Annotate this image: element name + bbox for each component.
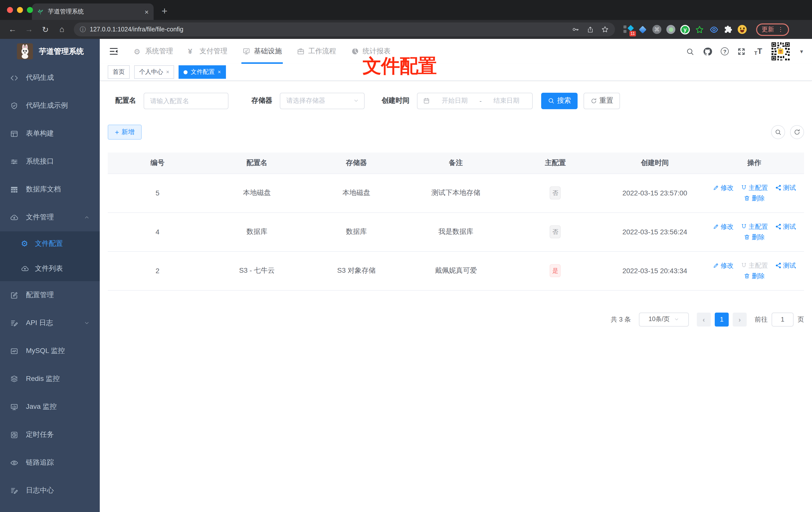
eye-extension-icon[interactable] xyxy=(709,25,719,34)
sidebar-item-file-list[interactable]: 文件列表 xyxy=(0,256,100,281)
search-icon[interactable] xyxy=(686,47,694,56)
url-text: 127.0.0.1:1024/infra/file/file-config xyxy=(90,26,183,33)
sidebar-item-file-config[interactable]: ⚙ 文件配置 xyxy=(0,231,100,256)
back-icon[interactable]: ← xyxy=(6,25,19,34)
forward-icon[interactable]: → xyxy=(23,25,35,34)
monitor-icon xyxy=(10,402,19,411)
sidebar-item-scheduled-task[interactable]: 定时任务 xyxy=(0,421,100,449)
tab-home[interactable]: 首页 xyxy=(108,65,130,79)
test-link[interactable]: 测试 xyxy=(775,222,796,231)
col-id: 编号 xyxy=(108,153,207,174)
master-tag: 否 xyxy=(550,186,561,200)
tampermonkey-extension-icon[interactable]: 11 xyxy=(624,25,633,34)
col-actions: 操作 xyxy=(704,153,804,174)
next-page-button[interactable]: › xyxy=(733,312,747,326)
browser-tab[interactable]: 芋道管理系统 × xyxy=(32,3,154,20)
address-bar[interactable]: ⓘ 127.0.0.1:1024/infra/file/file-config xyxy=(74,23,615,36)
test-link[interactable]: 测试 xyxy=(775,261,796,270)
cell-id: 4 xyxy=(108,212,207,251)
kite-extension-icon[interactable] xyxy=(638,25,647,34)
puzzle-extensions-icon[interactable] xyxy=(724,25,733,34)
bookmark-star-icon[interactable] xyxy=(601,25,609,33)
sidebar-item-tracing[interactable]: 链路追踪 xyxy=(0,449,100,477)
prev-page-button[interactable]: ‹ xyxy=(697,312,711,326)
cloud-download-icon xyxy=(10,213,19,221)
chrome-update-button[interactable]: 更新 ⋮ xyxy=(756,23,789,36)
reset-button[interactable]: 重置 xyxy=(584,92,620,109)
github-icon[interactable] xyxy=(703,47,712,56)
date-range-input[interactable]: 开始日期 - 结束日期 xyxy=(417,92,533,109)
reset-button-label: 重置 xyxy=(599,96,613,105)
sidebar-group-file-manage[interactable]: 文件管理 xyxy=(0,203,100,231)
delete-link[interactable]: 删除 xyxy=(744,233,765,242)
avatar-qr[interactable] xyxy=(771,41,790,61)
star-extension-icon[interactable] xyxy=(695,25,704,34)
goto-page-input[interactable] xyxy=(772,312,793,326)
close-icon[interactable]: × xyxy=(166,69,169,75)
page-size-select[interactable]: 10条/页 xyxy=(639,312,689,326)
sidebar-item-mysql-monitor[interactable]: MySQL 监控 xyxy=(0,337,100,365)
sidebar-item-log-center[interactable]: 日志中心 xyxy=(0,477,100,505)
emoji-extension-icon[interactable] xyxy=(738,25,747,34)
edit-link[interactable]: 修改 xyxy=(713,222,734,231)
nav-label: 工作流程 xyxy=(308,47,336,56)
delete-link[interactable]: 删除 xyxy=(744,194,765,203)
tab-close-icon[interactable]: × xyxy=(145,8,149,15)
site-info-icon[interactable]: ⓘ xyxy=(80,25,86,34)
tab-profile[interactable]: 个人中心 × xyxy=(134,65,174,79)
edit-link[interactable]: 修改 xyxy=(713,261,734,270)
nav-item-workflow[interactable]: 工作流程 xyxy=(297,39,336,64)
app-logo[interactable]: 芋道管理系统 xyxy=(0,39,100,64)
new-tab-button[interactable]: + xyxy=(162,6,167,16)
close-icon[interactable]: × xyxy=(218,69,221,75)
collapse-sidebar-icon[interactable] xyxy=(109,47,119,56)
sidebar-item-label: 数据库文档 xyxy=(26,185,61,194)
tab-file-config[interactable]: 文件配置 × xyxy=(179,65,226,79)
search-button[interactable]: 搜索 xyxy=(541,92,578,109)
sidebar-item-label: 日志中心 xyxy=(26,486,54,495)
sidebar-item-code-demo[interactable]: 代码生成示例 xyxy=(0,92,100,120)
red-annotation-text: 文件配置 xyxy=(362,53,436,79)
refresh-table-button[interactable] xyxy=(790,125,804,139)
y-extension-icon[interactable]: y xyxy=(680,25,690,34)
browser-menu-icon[interactable]: ⋮ xyxy=(778,26,784,33)
sidebar-item-db-doc[interactable]: 数据库文档 xyxy=(0,176,100,203)
fullscreen-icon[interactable] xyxy=(737,47,746,56)
config-name-input[interactable] xyxy=(144,92,228,109)
close-window-button[interactable] xyxy=(7,7,13,13)
add-button[interactable]: + 新增 xyxy=(108,125,142,140)
minimize-window-button[interactable] xyxy=(17,7,23,13)
home-icon[interactable]: ⌂ xyxy=(55,25,68,34)
sidebar-item-label: 链路追踪 xyxy=(26,458,54,467)
sidebar-item-code-gen[interactable]: 代码生成 xyxy=(0,64,100,92)
help-icon[interactable]: ? xyxy=(721,48,729,55)
browser-tabstrip: 芋道管理系统 × + xyxy=(0,0,812,20)
password-key-icon[interactable] xyxy=(572,25,580,33)
set-master-link[interactable]: 主配置 xyxy=(741,222,768,231)
caret-down-icon[interactable]: ▼ xyxy=(799,49,804,54)
test-link[interactable]: 测试 xyxy=(775,183,796,192)
sidebar-group-api-log[interactable]: API 日志 xyxy=(0,309,100,337)
show-search-button[interactable] xyxy=(771,125,785,139)
edit-link[interactable]: 修改 xyxy=(713,183,734,192)
sidebar-item-config-manage[interactable]: 配置管理 xyxy=(0,281,100,309)
nav-item-payment[interactable]: ¥ 支付管理 xyxy=(188,39,227,64)
nav-item-system[interactable]: ⚙ 系统管理 xyxy=(134,39,173,64)
delete-link[interactable]: 删除 xyxy=(744,271,765,280)
set-master-link[interactable]: 主配置 xyxy=(741,183,768,192)
sidebar-item-system-api[interactable]: 系统接口 xyxy=(0,148,100,176)
sidebar-item-java-monitor[interactable]: Java 监控 xyxy=(0,393,100,421)
search-icon xyxy=(548,97,555,104)
end-date-placeholder: 结束日期 xyxy=(486,96,527,105)
sidebar-item-form-builder[interactable]: 表单构建 xyxy=(0,120,100,148)
nav-item-infrastructure[interactable]: 基础设施 xyxy=(242,39,282,64)
share-icon[interactable] xyxy=(586,26,594,33)
sidebar-item-redis-monitor[interactable]: Redis 监控 xyxy=(0,365,100,393)
reload-icon[interactable]: ↻ xyxy=(39,25,52,34)
command-extension-icon[interactable]: ⌘ xyxy=(652,25,661,34)
circle-extension-icon[interactable] xyxy=(666,25,675,34)
zoom-window-button[interactable] xyxy=(27,7,33,13)
storage-select[interactable]: 请选择存储器 xyxy=(280,92,365,109)
font-size-icon[interactable]: TT xyxy=(754,47,762,56)
current-page-button[interactable]: 1 xyxy=(715,312,729,326)
